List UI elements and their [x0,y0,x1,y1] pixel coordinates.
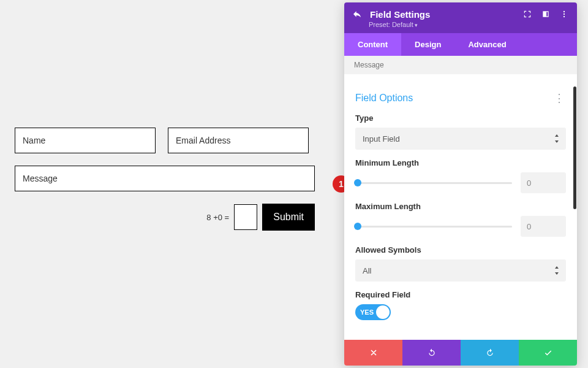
panel-scroll[interactable]: Message Field Options ⋮ Type Input Field… [344,56,577,340]
captcha-input[interactable] [234,204,257,230]
name-field[interactable]: Name [15,128,156,153]
select-arrows-icon [554,266,560,275]
field-settings-panel: Field Settings Preset: Default▾ Content … [344,2,577,366]
undo-button[interactable] [402,340,461,366]
type-select[interactable]: Input Field [355,128,566,150]
close-button[interactable] [344,340,402,366]
allowed-symbols-select[interactable]: All [355,259,566,282]
field-title-input[interactable]: Message [344,56,577,74]
redo-button[interactable] [461,340,519,366]
allowed-symbols-label: Allowed Symbols [355,245,566,255]
svg-point-2 [564,16,565,17]
captcha-label: 8 +0 = [206,213,229,222]
toggle-knob [376,305,390,319]
select-arrows-icon [554,134,560,143]
tab-design[interactable]: Design [401,33,454,56]
min-length-slider[interactable] [355,182,512,184]
svg-point-0 [564,11,565,12]
max-length-slider[interactable] [355,226,512,228]
min-length-label: Minimum Length [355,158,566,167]
svg-point-1 [564,13,565,15]
preset-selector[interactable]: Preset: Default▾ [369,21,570,28]
panel-title: Field Settings [370,9,514,20]
section-title: Field Options [355,93,413,104]
more-icon[interactable] [559,9,570,20]
panel-footer [344,340,577,366]
slider-thumb[interactable] [354,179,361,186]
max-length-label: Maximum Length [355,202,566,211]
min-length-value[interactable]: 0 [521,172,566,193]
max-length-value[interactable]: 0 [521,216,566,237]
type-label: Type [355,113,566,123]
message-field[interactable]: Message [15,166,315,191]
save-button[interactable] [519,340,577,366]
tab-advanced[interactable]: Advanced [454,33,519,56]
panel-tabs: Content Design Advanced [344,33,577,56]
panel-header: Field Settings Preset: Default▾ [344,2,577,33]
slider-thumb[interactable] [354,223,361,230]
contact-form-preview: Name Email Address Message 8 +0 = Submit [15,128,315,231]
submit-button[interactable]: Submit [262,204,315,231]
required-field-label: Required Field [355,290,566,299]
dock-icon[interactable] [540,9,551,20]
section-more-icon[interactable]: ⋮ [552,91,566,105]
back-icon[interactable] [352,9,363,20]
focus-icon[interactable] [522,9,533,20]
toggle-state-label: YES [360,309,374,316]
required-toggle[interactable]: YES [355,304,391,320]
tab-content[interactable]: Content [344,33,401,56]
email-field[interactable]: Email Address [168,128,309,153]
